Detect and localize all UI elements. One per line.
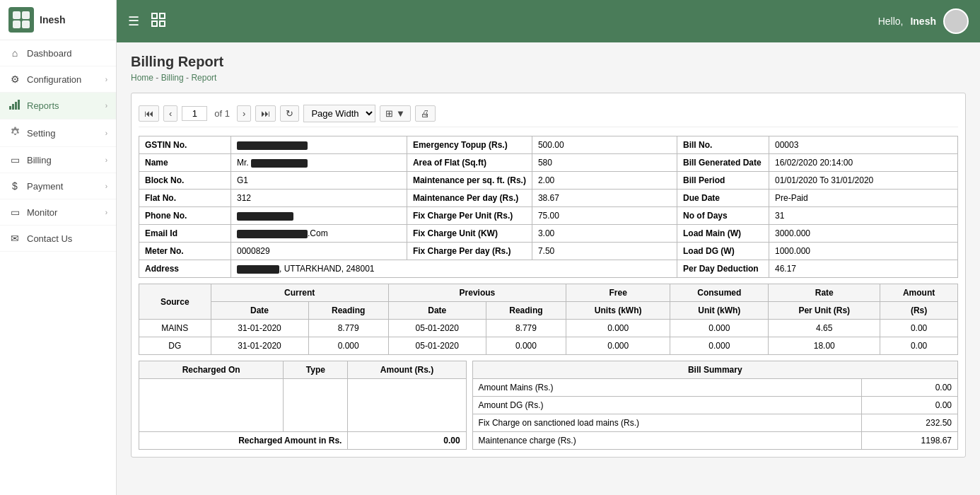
setting-icon	[8, 127, 21, 139]
table-row: Address , UTTARKHAND, 248001 Per Day Ded…	[139, 260, 958, 278]
page-width-select[interactable]: Page Width Full Page Actual Size	[303, 105, 375, 122]
maint-day-value: 38.67	[532, 190, 677, 207]
bill-period-label: Bill Period	[677, 172, 769, 190]
menu-icon[interactable]: ☰	[128, 13, 139, 29]
curr-date-cell: 31-01-2020	[211, 320, 308, 337]
curr-reading-cell: 8.779	[308, 320, 388, 337]
sidebar-label-billing: Billing	[27, 155, 100, 165]
consumed-cell: 0.000	[670, 337, 769, 355]
svg-rect-2	[13, 21, 21, 28]
rate-cell: 4.65	[769, 320, 880, 337]
amount-header: Amount	[880, 284, 958, 302]
recharge-total-row: Recharged Amount in Rs. 0.00	[139, 432, 467, 450]
no-days-value: 31	[769, 207, 957, 225]
fix-charge-day-value: 7.50	[532, 243, 677, 260]
maint-day-label: Maintenance Per day (Rs.)	[407, 190, 532, 207]
reports-icon	[8, 100, 21, 112]
view-options-button[interactable]: ⊞ ▼	[380, 105, 410, 122]
sidebar: Inesh ⌂ Dashboard ⚙ Configuration › Repo…	[0, 0, 117, 495]
source-cell: MAINS	[139, 320, 211, 337]
bill-summary-value: 0.00	[862, 397, 958, 414]
bill-no-value: 00003	[769, 136, 957, 154]
meter-label: Meter No.	[139, 243, 231, 260]
bill-summary-label: Amount DG (Rs.)	[472, 397, 861, 414]
sidebar-item-configuration[interactable]: ⚙ Configuration ›	[0, 66, 116, 93]
table-row: Recharged On Type Amount (Rs.)	[139, 361, 467, 379]
table-row: Maintenance charge (Rs.) 1198.67	[472, 432, 957, 450]
block-value: G1	[231, 172, 407, 190]
meter-value: 0000829	[231, 243, 407, 260]
greeting-name: Inesh	[910, 16, 936, 27]
curr-date-subheader: Date	[211, 302, 308, 320]
user-avatar[interactable]	[943, 8, 969, 34]
sidebar-item-monitor[interactable]: ▭ Monitor ›	[0, 199, 116, 226]
curr-reading-subheader: Reading	[308, 302, 388, 320]
breadcrumb-report[interactable]: Report	[191, 73, 216, 83]
amount-cell: 0.00	[880, 320, 958, 337]
breadcrumb-billing[interactable]: Billing	[161, 73, 184, 83]
gstin-redacted	[237, 141, 308, 150]
sidebar-item-contact[interactable]: ✉ Contact Us	[0, 226, 116, 252]
name-label: Name	[139, 154, 231, 172]
first-page-button[interactable]: ⏮	[139, 105, 159, 122]
chevron-right-icon-setting: ›	[105, 129, 107, 137]
sidebar-item-setting[interactable]: Setting ›	[0, 120, 116, 147]
breadcrumb-home[interactable]: Home	[131, 73, 153, 83]
due-date-label: Due Date	[677, 190, 769, 207]
sidebar-item-billing[interactable]: ▭ Billing ›	[0, 147, 116, 173]
expand-icon[interactable]	[151, 12, 166, 30]
recharge-amount-header: Amount (Rs.)	[348, 361, 466, 379]
phone-value	[231, 207, 407, 225]
table-row: Bill Summary	[472, 361, 957, 379]
dashboard-icon: ⌂	[8, 47, 21, 59]
print-button[interactable]: 🖨	[415, 105, 436, 122]
maint-sqft-label: Maintenance per sq. ft. (Rs.)	[407, 172, 532, 190]
last-page-button[interactable]: ⏭	[255, 105, 276, 122]
flat-value: 312	[231, 190, 407, 207]
phone-redacted	[237, 212, 293, 221]
configuration-icon: ⚙	[8, 74, 21, 85]
sidebar-label-dashboard: Dashboard	[27, 48, 107, 59]
prev-page-button[interactable]: ‹	[163, 105, 177, 122]
free-units-cell: 0.000	[566, 320, 670, 337]
svg-rect-4	[9, 106, 11, 110]
load-main-value: 3000.000	[769, 225, 957, 243]
sidebar-item-dashboard[interactable]: ⌂ Dashboard	[0, 40, 116, 66]
address-label: Address	[139, 260, 231, 278]
svg-rect-1	[22, 11, 30, 19]
name-redacted	[251, 159, 308, 168]
main-area: ☰ Hello, Inesh Billing Report Home - Bil…	[117, 0, 980, 495]
bill-summary-value: 0.00	[862, 379, 958, 397]
report-toolbar: ⏮ ‹ of 1 › ⏭ ↻ Page Width Full Page Actu…	[139, 100, 958, 127]
curr-date-cell: 31-01-2020	[211, 337, 308, 355]
bill-summary-table: Bill Summary Amount Mains (Rs.) 0.00 Amo…	[472, 361, 958, 450]
refresh-button[interactable]: ↻	[280, 105, 299, 122]
topbar: ☰ Hello, Inesh	[117, 0, 980, 42]
content-area: Billing Report Home - Billing - Report ⏮…	[117, 42, 980, 495]
greeting-text: Hello,	[878, 16, 904, 27]
page-number-input[interactable]	[182, 106, 207, 121]
sidebar-item-reports[interactable]: Reports ›	[0, 93, 116, 120]
amount-subheader: (Rs)	[880, 302, 958, 320]
curr-reading-cell: 0.000	[308, 337, 388, 355]
monitor-icon: ▭	[8, 206, 21, 218]
next-page-button[interactable]: ›	[237, 105, 251, 122]
payment-icon: $	[8, 180, 21, 192]
area-label: Area of Flat (Sq.ft)	[407, 154, 532, 172]
table-row: Amount Mains (Rs.) 0.00	[472, 379, 957, 397]
breadcrumb-sep1: -	[156, 73, 161, 83]
table-row: Flat No. 312 Maintenance Per day (Rs.) 3…	[139, 190, 958, 207]
table-row: Name Mr. Area of Flat (Sq.ft) 580 Bill G…	[139, 154, 958, 172]
fix-charge-unit-value: 75.00	[532, 207, 677, 225]
sidebar-label-reports: Reports	[27, 100, 100, 111]
table-row: Meter No. 0000829 Fix Charge Per day (Rs…	[139, 243, 958, 260]
svg-rect-9	[160, 13, 165, 18]
table-row: MAINS 31-01-2020 8.779 05-01-2020 8.779 …	[139, 320, 958, 337]
gstin-value	[231, 136, 407, 154]
per-day-label: Per Day Deduction	[677, 260, 769, 278]
address-redacted	[237, 265, 279, 274]
bill-gen-value: 16/02/2020 20:14:00	[769, 154, 957, 172]
svg-rect-3	[22, 21, 30, 28]
chevron-right-icon-payment: ›	[105, 182, 107, 190]
sidebar-item-payment[interactable]: $ Payment ›	[0, 173, 116, 199]
